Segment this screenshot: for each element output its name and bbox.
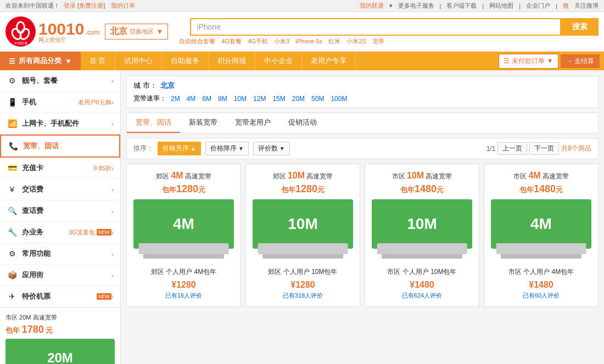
header: 中国联通 10010 .com 网上营业厅 北京 切换地区 ▼ 搜索 自由组合套… — [0, 12, 604, 52]
divider4: | — [556, 3, 557, 9]
speed-12m[interactable]: 12M — [251, 94, 268, 103]
tab-broadband-landline[interactable]: 宽带、固话 — [127, 113, 180, 133]
my-orders-link[interactable]: 我的订单 — [111, 2, 135, 9]
cart-button[interactable]: ☰ 未付款订单 ▼ — [499, 54, 558, 69]
number-plan-arrow: › — [111, 77, 114, 85]
city-link[interactable]: 北京 — [160, 81, 175, 91]
top-bar-left: 欢迎来到中国联通！ 登录 [免费注册] 我的订单 — [5, 2, 135, 10]
checkout-icon: → — [566, 57, 573, 65]
sort-price-asc[interactable]: 价格升序 ▲ — [158, 142, 201, 155]
sidebar-label-phone: 手机 — [22, 97, 76, 107]
sort-reviews[interactable]: 评价数 ▼ — [253, 142, 290, 155]
search-input[interactable] — [190, 18, 561, 36]
sidebar-item-number-plan[interactable]: ⚙ 靓号、套餐 › — [0, 70, 120, 92]
product-0-reviews: 已有16人评价 — [133, 292, 234, 300]
speed-2m[interactable]: 2M — [169, 94, 182, 103]
nav-link-self[interactable]: 自助服务 — [162, 52, 209, 70]
product-2-price: ¥1480 — [372, 280, 472, 290]
quick-link-4[interactable]: iPhone 5s — [295, 38, 322, 44]
recharge-sub: 9.85折 — [93, 164, 111, 172]
speed-100m[interactable]: 100M — [328, 94, 349, 103]
divider2: | — [482, 3, 484, 9]
nav-link-home[interactable]: 首 页 — [81, 52, 115, 70]
promo-type: 高速宽带 — [33, 314, 57, 321]
nav-link-sme[interactable]: 中小企业 — [255, 52, 302, 70]
product-card-1[interactable]: 郊区 10M 高速宽带 包年1280元 10M 郊区 个人用户 10M包年 ¥1… — [245, 164, 360, 307]
sort-bar: 排序： 价格升序 ▲ 价格降序 ▼ 评价数 ▼ 1/1 上一页 下一页 共8个商… — [126, 138, 599, 159]
speed-8m[interactable]: 8M — [216, 94, 230, 103]
product-1-year-price: 包年1280元 — [253, 183, 353, 195]
promo-image-text: 20M — [47, 350, 73, 364]
promo-speed-label: 20M — [19, 314, 31, 321]
sort-price-desc-label: 价格降序 — [210, 144, 237, 153]
sidebar-item-flights[interactable]: ✈ 特价机票 NEW › — [0, 286, 120, 307]
next-page-btn[interactable]: 下一页 — [529, 142, 559, 155]
speed-15m[interactable]: 15M — [270, 94, 287, 103]
promo-year-label: 包年 — [5, 326, 20, 334]
speed-50m[interactable]: 50M — [309, 94, 326, 103]
broadband-icon: 📞 — [8, 142, 19, 150]
sidebar-item-recharge[interactable]: 💳 充值卡 9.85折 › — [0, 158, 120, 179]
tab-old-users[interactable]: 宽带老用户 — [226, 113, 279, 133]
speed-6m[interactable]: 6M — [200, 94, 214, 103]
register-link[interactable]: 免费注册 — [79, 2, 103, 9]
sidebar-item-accessories[interactable]: 📶 上网卡、手机配件 › — [0, 113, 120, 135]
quick-link-1[interactable]: 4G套餐 — [221, 38, 242, 44]
functions-arrow: › — [111, 250, 114, 258]
sidebar-item-phone[interactable]: 📱 手机 老用户0元购 › — [0, 92, 120, 113]
tab-promotions[interactable]: 促销活动 — [279, 113, 326, 133]
nav-link-trial[interactable]: 试用中心 — [115, 52, 162, 70]
product-grid: 郊区 4M 高速宽带 包年1280元 4M 郊区 个人用户 4M包年 ¥1280… — [126, 164, 599, 307]
product-3-year-price: 包年1480元 — [491, 183, 591, 195]
login-link[interactable]: 登录 — [64, 2, 76, 9]
sort-price-desc[interactable]: 价格降序 ▼ — [205, 142, 249, 155]
city-selector[interactable]: 北京 切换地区 ▼ — [105, 24, 168, 40]
checkout-button[interactable]: → 去结算 — [561, 54, 600, 68]
nav-link-old[interactable]: 老用户专享 — [302, 52, 356, 70]
functions-icon: ⚙ — [7, 249, 18, 258]
sidebar-item-business[interactable]: 🔧 办业务 3G流量包 NEW › — [0, 222, 120, 243]
sidebar-item-broadband[interactable]: 📞 宽带、固话 — [0, 135, 120, 158]
my-unicom-link[interactable]: 我的联通 — [360, 2, 384, 10]
search-bar: 搜索 — [190, 18, 599, 36]
client-download[interactable]: 客户端下载 — [446, 2, 477, 10]
svg-text:中国联通: 中国联通 — [14, 42, 27, 45]
speed-20m[interactable]: 20M — [290, 94, 307, 103]
tab-new-broadband[interactable]: 新装宽带 — [180, 113, 226, 133]
enterprise[interactable]: 企业门户 — [526, 2, 550, 10]
quick-link-3[interactable]: 小米3 — [274, 38, 289, 44]
more-services[interactable]: 更多电子服务 — [398, 2, 434, 10]
flights-badge: NEW — [97, 293, 111, 300]
sidebar-item-functions[interactable]: ⚙ 常用功能 › — [0, 243, 120, 265]
prev-page-btn[interactable]: 上一页 — [497, 142, 527, 155]
search-button[interactable]: 搜索 — [561, 18, 599, 36]
product-3-image-text: 4M — [530, 215, 552, 233]
product-card-0[interactable]: 郊区 4M 高速宽带 包年1280元 4M 郊区 个人用户 4M包年 ¥1280… — [126, 164, 241, 307]
sidebar-item-pay-calls[interactable]: ¥ 交话费 › — [0, 179, 120, 200]
quick-link-0[interactable]: 自由组合套餐 — [179, 38, 215, 44]
logo-10010: 10010 — [38, 20, 84, 38]
quick-link-6[interactable]: 小米2S — [346, 38, 366, 44]
sidebar-item-check-calls[interactable]: 🔍 查话费 › — [0, 200, 120, 222]
app-street-arrow: › — [111, 271, 114, 279]
product-2-area: 市区 10M 高速宽带 — [372, 171, 472, 181]
quick-link-7[interactable]: 宽带 — [372, 38, 384, 44]
sidebar-label-app-street: 应用街 — [22, 270, 111, 280]
site-map[interactable]: 网站地图 — [489, 2, 513, 10]
quick-link-2[interactable]: 4G手机 — [248, 38, 268, 44]
nav-link-points[interactable]: 积分商城 — [209, 52, 255, 70]
speed-row: 宽带速率： 2M 4M 6M 8M 10M 12M 15M 20M 50M 10… — [133, 94, 591, 103]
speed-10m[interactable]: 10M — [232, 94, 249, 103]
weibo-link[interactable]: 关注微博 — [574, 2, 599, 10]
product-card-2[interactable]: 市区 10M 高速宽带 包年1480元 10M 市区 个人用户 10M包年 ¥1… — [365, 164, 479, 307]
page-total: 共8个商品 — [561, 144, 591, 153]
sidebar-item-app-street[interactable]: 📦 应用街 › — [0, 265, 120, 286]
nav-links: 首 页 试用中心 自助服务 积分商城 中小企业 老用户专享 — [81, 52, 499, 70]
flights-arrow: › — [111, 293, 114, 301]
product-3-image: 4M — [491, 199, 591, 249]
speed-4m[interactable]: 4M — [184, 94, 198, 103]
nav-category-btn[interactable]: ☰ 所有商品分类 ▼ — [0, 52, 81, 70]
tabs-bar: 宽带、固话 新装宽带 宽带老用户 促销活动 — [126, 113, 599, 133]
quick-link-5[interactable]: 红米 — [328, 38, 340, 44]
product-card-3[interactable]: 市区 4M 高速宽带 包年1480元 4M 市区 个人用户 4M包年 ¥1480… — [484, 164, 599, 307]
